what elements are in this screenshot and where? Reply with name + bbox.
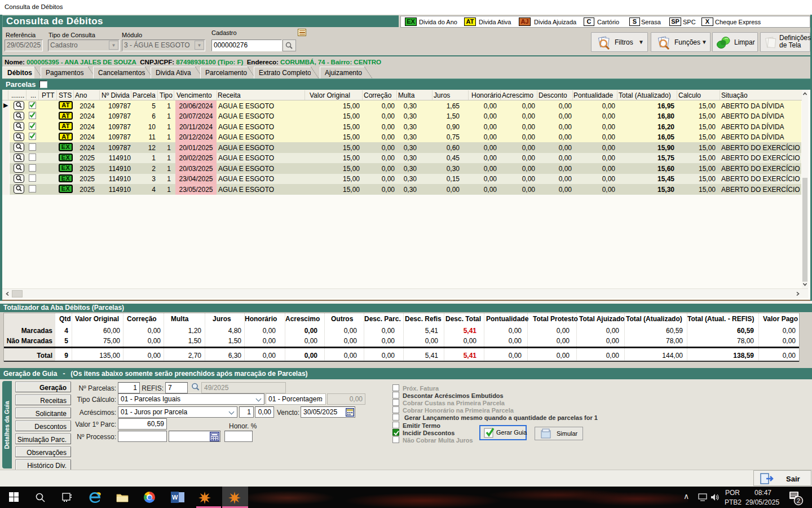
svg-text:2: 2	[797, 497, 800, 504]
